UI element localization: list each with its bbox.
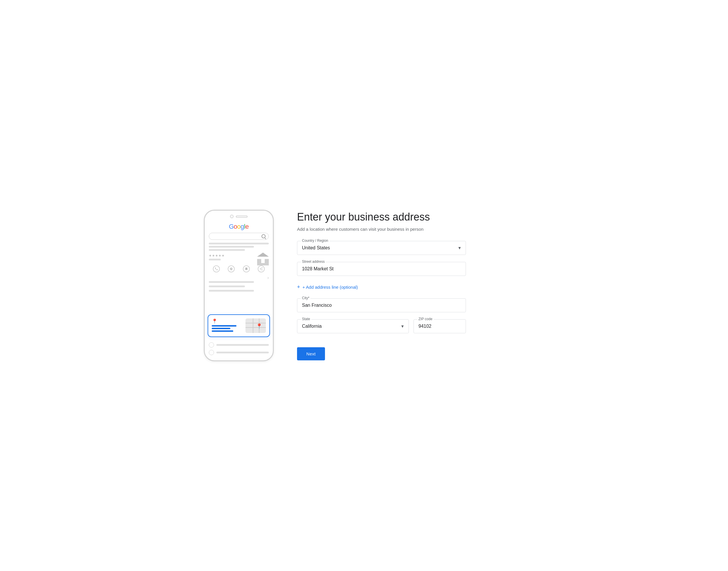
map-pin-icon: 📍 <box>256 323 262 330</box>
card-line-2 <box>212 328 230 329</box>
state-field-group: State California Alabama Alaska Arizona … <box>297 319 409 333</box>
country-select[interactable]: United States Canada United Kingdom Aust… <box>302 245 461 250</box>
street-label: Street address <box>301 259 326 264</box>
state-label: State <box>301 317 311 321</box>
country-label: Country / Region <box>301 239 329 243</box>
street-input[interactable] <box>302 266 461 271</box>
phone-result-lines <box>209 243 269 251</box>
next-button[interactable]: Next <box>297 347 325 360</box>
bookmark-icon <box>243 265 250 272</box>
phone-screen: Google ★★★★★ <box>205 221 273 296</box>
zip-label: ZIP code <box>417 317 434 321</box>
phone-action-buttons <box>209 265 269 272</box>
state-select[interactable]: California Alabama Alaska Arizona New Yo… <box>302 324 404 329</box>
card-left: 📍 <box>212 318 243 333</box>
phone-row-icon-1 <box>209 342 214 348</box>
phone-business-card: ★★★★★ <box>209 253 269 263</box>
add-line-group: + + Add address line (optional) <box>297 283 466 291</box>
phone-bottom-row-1 <box>209 342 269 348</box>
phone-camera <box>230 215 234 218</box>
card-map: 📍 <box>246 318 266 333</box>
card-line-3 <box>212 330 233 332</box>
phone-speaker <box>236 216 248 218</box>
phone-bottom-row-2 <box>209 350 269 355</box>
page-subtitle: Add a location where customers can visit… <box>297 227 466 232</box>
add-address-line-button[interactable]: + + Add address line (optional) <box>297 283 358 291</box>
shop-icon <box>257 253 269 263</box>
country-field-group: Country / Region United States Canada Un… <box>297 241 466 255</box>
city-label: City* <box>301 296 310 300</box>
plus-icon: + <box>297 284 300 290</box>
add-line-label: + Add address line (optional) <box>303 284 358 290</box>
phone-row-icon-2 <box>209 350 214 355</box>
share-icon <box>258 265 265 272</box>
phone-illustration: Google ★★★★★ <box>204 210 274 361</box>
phone: Google ★★★★★ <box>204 210 274 361</box>
phone-bottom-rows <box>209 342 269 357</box>
zip-input[interactable] <box>418 324 461 329</box>
phone-search-icon <box>262 234 266 238</box>
phone-top <box>205 211 273 221</box>
google-logo: Google <box>209 223 269 230</box>
city-field-group: City* <box>297 298 466 312</box>
star-rating: ★★★★★ <box>209 254 225 257</box>
card-pin-icon: 📍 <box>212 318 243 324</box>
directions-icon <box>228 265 235 272</box>
page-container: Google ★★★★★ <box>204 210 524 361</box>
phone-search-bar <box>209 233 269 240</box>
zip-field-group: ZIP code <box>414 319 466 333</box>
phone-icon <box>213 265 220 272</box>
card-line-1 <box>212 325 237 327</box>
page-title: Enter your business address <box>297 211 466 223</box>
zip-field-wrapper: ZIP code <box>414 319 466 333</box>
city-input[interactable] <box>302 303 461 308</box>
street-field-wrapper: Street address <box>297 262 466 276</box>
state-field-wrapper: State California Alabama Alaska Arizona … <box>297 319 409 333</box>
state-zip-row: State California Alabama Alaska Arizona … <box>297 319 466 340</box>
form-side: Enter your business address Add a locati… <box>297 211 466 360</box>
country-field-wrapper: Country / Region United States Canada Un… <box>297 241 466 255</box>
city-field-wrapper: City* <box>297 298 466 312</box>
street-field-group: Street address <box>297 262 466 276</box>
phone-chevron: › <box>209 275 269 280</box>
phone-floating-card: 📍 📍 <box>207 314 270 337</box>
